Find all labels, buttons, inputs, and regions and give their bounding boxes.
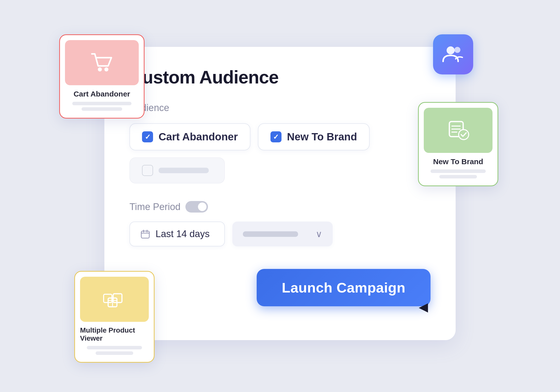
card-line-1	[72, 102, 131, 105]
mpv-icon-area	[80, 277, 149, 322]
scene: Custom Audience Audience ✓ Cart Abandone…	[54, 27, 506, 365]
svg-point-4	[98, 67, 102, 71]
ntb-icon-area	[424, 108, 493, 153]
svg-point-7	[454, 47, 460, 53]
checkmark-icon: ✓	[145, 133, 151, 141]
svg-point-5	[104, 67, 108, 71]
page-title: Custom Audience	[129, 67, 431, 87]
dropdown-placeholder	[243, 231, 298, 237]
cart-abandoner-label: Cart Abandoner	[159, 131, 238, 143]
checkmark-icon-2: ✓	[273, 133, 279, 141]
audience-row-1: ✓ Cart Abandoner ✓ New To Brand	[129, 123, 431, 150]
dropdown-input[interactable]: ∨	[232, 222, 333, 246]
toggle-pill[interactable]	[185, 201, 208, 213]
audience-chip-cart-abandoner[interactable]: ✓ Cart Abandoner	[129, 123, 250, 150]
cart-icon-area	[65, 40, 139, 85]
mpv-line-2	[96, 351, 133, 355]
audience-chip-new-to-brand[interactable]: ✓ New To Brand	[258, 123, 370, 150]
cart-abandoner-card: Cart Abandoner	[59, 34, 145, 119]
time-value: Last 14 days	[156, 229, 209, 239]
checkbox-cart-abandoner[interactable]: ✓	[142, 131, 153, 142]
ntb-line-2	[439, 175, 477, 178]
time-controls: Last 14 days ∨	[129, 222, 431, 246]
new-to-brand-card: New To Brand	[418, 102, 498, 186]
mpv-line-1	[87, 346, 142, 349]
toggle-knob	[198, 203, 206, 211]
chevron-down-icon: ∨	[316, 229, 322, 239]
time-period-label: Time Period	[129, 202, 180, 212]
time-input[interactable]: Last 14 days	[129, 222, 225, 246]
card-line-2	[82, 107, 122, 111]
svg-point-12	[459, 130, 469, 140]
time-header: Time Period	[129, 201, 431, 213]
svg-point-6	[447, 46, 455, 54]
launch-campaign-button[interactable]: Launch Campaign	[257, 269, 431, 306]
calendar-icon	[141, 229, 150, 239]
audience-chip-empty[interactable]	[129, 157, 225, 183]
svg-rect-0	[141, 231, 149, 238]
checkbox-empty[interactable]	[142, 165, 153, 176]
mpv-card-title: Multiple Product Viewer	[80, 326, 149, 342]
audience-label: Audience	[129, 103, 431, 113]
main-card: Custom Audience Audience ✓ Cart Abandone…	[104, 47, 456, 340]
mpv-card: Multiple Product Viewer	[74, 271, 155, 363]
user-icon-float	[433, 34, 473, 74]
checkbox-new-to-brand[interactable]: ✓	[270, 131, 282, 142]
audience-row-2	[129, 157, 431, 183]
ntb-card-title: New To Brand	[433, 157, 483, 166]
audience-options: ✓ Cart Abandoner ✓ New To Brand	[129, 123, 431, 183]
chip-placeholder	[159, 168, 209, 173]
time-section: Time Period Last 14 days	[129, 201, 431, 246]
cart-card-title: Cart Abandoner	[74, 90, 130, 98]
ntb-line-1	[431, 169, 485, 173]
new-to-brand-label: New To Brand	[287, 131, 357, 143]
cursor-icon: ◀	[419, 300, 428, 314]
